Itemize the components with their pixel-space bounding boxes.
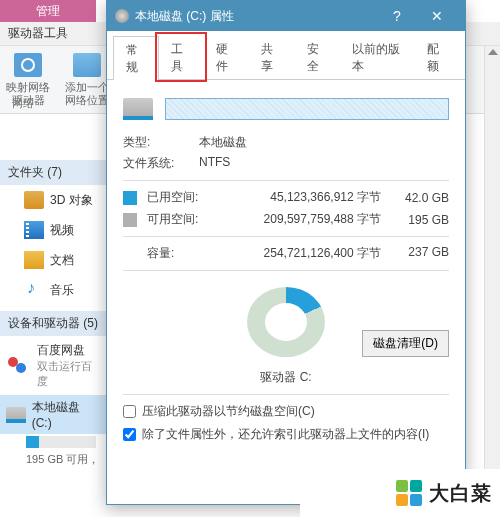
disk-cleanup-button[interactable]: 磁盘清理(D) bbox=[362, 330, 449, 357]
drive-label: 本地磁盘 (C:) bbox=[32, 399, 102, 430]
used-label: 已用空间: bbox=[147, 189, 213, 206]
capacity-row: 容量: 254,721,126,400 字节 237 GB bbox=[123, 245, 449, 262]
ribbon-label: 添加一个 网络位置 bbox=[63, 81, 111, 107]
tab-security[interactable]: 安全 bbox=[294, 35, 340, 79]
capacity-label: 容量: bbox=[123, 245, 213, 262]
folder-label: 视频 bbox=[50, 222, 74, 239]
free-bytes: 209,597,759,488 字节 bbox=[213, 211, 389, 228]
used-space-row: 已用空间: 45,123,366,912 字节 42.0 GB bbox=[123, 189, 449, 206]
tab-sharing[interactable]: 共享 bbox=[248, 35, 294, 79]
compress-label: 压缩此驱动器以节约磁盘空间(C) bbox=[142, 403, 315, 420]
vertical-scrollbar[interactable] bbox=[484, 46, 500, 517]
add-location-icon bbox=[73, 53, 101, 77]
index-label: 除了文件属性外，还允许索引此驱动器上文件的内容(I) bbox=[142, 426, 429, 443]
drive-local-c[interactable]: 本地磁盘 (C:) bbox=[0, 395, 110, 434]
type-label: 类型: bbox=[123, 134, 199, 151]
free-label: 可用空间: bbox=[147, 211, 213, 228]
drive-sublabel: 双击运行百度 bbox=[37, 359, 102, 389]
drive-baidu[interactable]: 百度网盘 双击运行百度 bbox=[0, 336, 110, 395]
tab-tools[interactable]: 工具 bbox=[158, 35, 204, 79]
drive-name-input[interactable] bbox=[165, 98, 449, 120]
tab-general[interactable]: 常规 bbox=[113, 36, 159, 80]
type-value: 本地磁盘 bbox=[199, 134, 247, 151]
folder-3d-icon bbox=[24, 191, 44, 209]
folder-documents[interactable]: 文档 bbox=[0, 245, 110, 275]
index-checkbox-row[interactable]: 除了文件属性外，还允许索引此驱动器上文件的内容(I) bbox=[123, 426, 449, 443]
compress-checkbox-row[interactable]: 压缩此驱动器以节约磁盘空间(C) bbox=[123, 403, 449, 420]
disk-large-icon bbox=[123, 98, 153, 120]
ribbon-subtitle: 驱动器工具 bbox=[8, 25, 68, 42]
drive-name-row bbox=[123, 98, 449, 120]
folders-section-header[interactable]: 文件夹 (7) bbox=[0, 160, 110, 185]
tab-quota[interactable]: 配额 bbox=[414, 35, 460, 79]
watermark-logo-icon bbox=[395, 479, 423, 507]
used-swatch bbox=[123, 191, 137, 205]
folder-music[interactable]: 音乐 bbox=[0, 275, 110, 305]
filesystem-row: 文件系统: NTFS bbox=[123, 155, 449, 172]
dialog-body: 类型: 本地磁盘 文件系统: NTFS 已用空间: 45,123,366,912… bbox=[107, 80, 465, 459]
filesystem-label: 文件系统: bbox=[123, 155, 199, 172]
dialog-title-text: 本地磁盘 (C:) 属性 bbox=[135, 8, 377, 25]
divider bbox=[123, 270, 449, 271]
folder-3d-objects[interactable]: 3D 对象 bbox=[0, 185, 110, 215]
used-human: 42.0 GB bbox=[389, 191, 449, 205]
folder-label: 3D 对象 bbox=[50, 192, 93, 209]
watermark-text: 大白菜 bbox=[429, 480, 492, 507]
capacity-human: 237 GB bbox=[389, 245, 449, 262]
watermark: 大白菜 bbox=[300, 469, 500, 517]
tab-hardware[interactable]: 硬件 bbox=[203, 35, 249, 79]
divider bbox=[123, 394, 449, 395]
capacity-bytes: 254,721,126,400 字节 bbox=[213, 245, 389, 262]
explorer-content: 文件夹 (7) 3D 对象 视频 文档 音乐 设备和驱动器 (5) 百度网盘 双… bbox=[0, 160, 110, 517]
disk-icon bbox=[6, 407, 26, 423]
music-icon bbox=[24, 281, 44, 299]
baidu-icon bbox=[8, 355, 31, 377]
filesystem-value: NTFS bbox=[199, 155, 230, 172]
ribbon-add-network-location[interactable]: 添加一个 网络位置 bbox=[63, 50, 111, 110]
drive-usage-fill bbox=[26, 436, 39, 448]
drive-caption: 驱动器 C: bbox=[123, 369, 449, 386]
folder-label: 音乐 bbox=[50, 282, 74, 299]
folder-videos[interactable]: 视频 bbox=[0, 215, 110, 245]
drives-section-header[interactable]: 设备和驱动器 (5) bbox=[0, 311, 110, 336]
pie-graphic bbox=[247, 287, 325, 357]
close-button[interactable]: ✕ bbox=[417, 1, 457, 31]
disk-icon bbox=[115, 9, 129, 23]
network-drive-icon bbox=[14, 53, 42, 77]
drive-free-text: 195 GB 可用， bbox=[0, 452, 110, 473]
divider bbox=[123, 180, 449, 181]
free-space-row: 可用空间: 209,597,759,488 字节 195 GB bbox=[123, 211, 449, 228]
compress-checkbox[interactable] bbox=[123, 405, 136, 418]
folder-docs-icon bbox=[24, 251, 44, 269]
folder-video-icon bbox=[24, 221, 44, 239]
free-swatch bbox=[123, 213, 137, 227]
properties-dialog: 本地磁盘 (C:) 属性 ? ✕ 常规 工具 硬件 共享 安全 以前的版本 配额… bbox=[106, 0, 466, 505]
drive-usage-bar bbox=[26, 436, 96, 448]
dialog-titlebar[interactable]: 本地磁盘 (C:) 属性 ? ✕ bbox=[107, 1, 465, 31]
index-checkbox[interactable] bbox=[123, 428, 136, 441]
help-button[interactable]: ? bbox=[377, 1, 417, 31]
folder-label: 文档 bbox=[50, 252, 74, 269]
dialog-tabs: 常规 工具 硬件 共享 安全 以前的版本 配额 bbox=[107, 31, 465, 80]
ribbon-context-tab[interactable]: 管理 bbox=[0, 0, 96, 22]
free-human: 195 GB bbox=[389, 213, 449, 227]
usage-pie-chart: 磁盘清理(D) bbox=[123, 279, 449, 365]
drive-label: 百度网盘 bbox=[37, 342, 102, 359]
ribbon-group-label: 网络 bbox=[12, 96, 34, 111]
divider bbox=[123, 236, 449, 237]
used-bytes: 45,123,366,912 字节 bbox=[213, 189, 389, 206]
tab-previous-versions[interactable]: 以前的版本 bbox=[339, 35, 415, 79]
type-row: 类型: 本地磁盘 bbox=[123, 134, 449, 151]
